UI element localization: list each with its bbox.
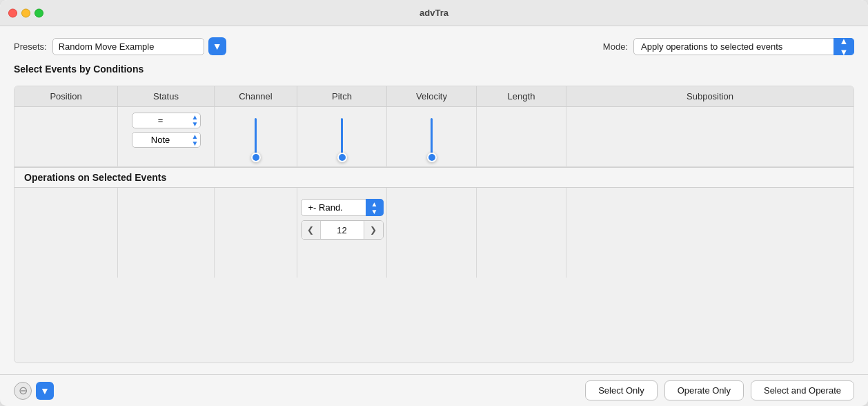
position-cell — [14, 107, 118, 166]
ops-operation-select-wrapper: +- Rand. Set Add Subtract ▲ ▼ — [301, 199, 384, 216]
remove-button[interactable]: ⊖ — [14, 382, 32, 400]
col-header-velocity: Velocity — [387, 86, 477, 106]
pitch-slider-thumb[interactable] — [337, 153, 347, 162]
main-window: advTra Presets: ▼ Mode: Apply operations… — [0, 0, 868, 406]
select-only-button[interactable]: Select Only — [585, 380, 657, 400]
minimize-button[interactable] — [21, 8, 30, 17]
ops-value-stepper: ❮ 12 ❯ — [301, 220, 384, 240]
mode-area: Mode: Apply operations to selected event… — [603, 38, 854, 55]
velocity-slider-track[interactable] — [431, 118, 433, 160]
stepper-down-button[interactable]: ❮ — [302, 221, 321, 239]
channel-slider-area — [255, 113, 257, 161]
ops-pitch-cell: +- Rand. Set Add Subtract ▲ ▼ — [297, 188, 387, 278]
channel-slider-track[interactable] — [255, 118, 257, 160]
window-title: advTra — [420, 8, 448, 18]
preset-dropdown-button[interactable]: ▼ — [208, 37, 226, 55]
bottom-bar: ⊖ ▼ Select Only Operate Only Select and … — [0, 374, 868, 406]
ops-subposition-cell — [566, 188, 854, 278]
col-header-pitch: Pitch — [297, 86, 387, 106]
main-panel: Position Status Channel Pitch Velocity L… — [14, 86, 854, 363]
mode-select[interactable]: Apply operations to selected events Appl… — [633, 38, 854, 55]
chevron-down-icon: ❮ — [307, 225, 314, 235]
velocity-slider-thumb[interactable] — [427, 153, 437, 162]
maximize-button[interactable] — [34, 8, 43, 17]
stepper-up-button[interactable]: ❯ — [364, 221, 383, 239]
content-area: Presets: ▼ Mode: Apply operations to sel… — [0, 26, 868, 374]
col-header-position: Position — [14, 86, 118, 106]
chevron-up-icon: ❯ — [370, 225, 377, 235]
channel-slider-thumb[interactable] — [251, 153, 261, 162]
note-select-wrapper: Note CC Pitch Bend ▲ ▼ — [132, 132, 201, 148]
ops-velocity-cell — [387, 188, 477, 278]
eq-select[interactable]: = ≠ > < — [132, 113, 201, 128]
presets-label: Presets: — [14, 41, 47, 52]
ops-status-cell — [118, 188, 215, 278]
operations-data-row: +- Rand. Set Add Subtract ▲ ▼ — [14, 188, 854, 278]
stepper-value-display: 12 — [321, 225, 364, 235]
col-header-status: Status — [118, 86, 215, 106]
ops-length-cell — [477, 188, 566, 278]
velocity-cell — [387, 107, 477, 166]
operate-only-button[interactable]: Operate Only — [664, 380, 744, 400]
mode-label: Mode: — [603, 41, 628, 52]
conditions-data-row: = ≠ > < ▲ ▼ Note CC — [14, 107, 854, 167]
conditions-section-label: Select Events by Conditions — [14, 64, 854, 77]
ops-operation-select[interactable]: +- Rand. Set Add Subtract — [301, 199, 384, 216]
col-header-length: Length — [477, 86, 566, 106]
operations-label-row: Operations on Selected Events — [14, 167, 854, 188]
bottom-right-buttons: Select Only Operate Only Select and Oper… — [585, 380, 854, 400]
length-cell — [477, 107, 566, 166]
title-bar: advTra — [0, 0, 868, 26]
pitch-cell — [297, 107, 387, 166]
operations-label: Operations on Selected Events — [24, 172, 166, 183]
pitch-slider-area — [341, 113, 343, 161]
mode-select-wrapper: Apply operations to selected events Appl… — [633, 38, 854, 55]
traffic-lights — [8, 8, 43, 17]
channel-cell — [215, 107, 297, 166]
ops-position-cell — [14, 188, 118, 278]
ellipsis-icon: ⊖ — [19, 384, 28, 397]
preset-input[interactable] — [52, 38, 204, 55]
ops-channel-cell — [215, 188, 297, 278]
presets-input-group: ▼ — [52, 37, 226, 55]
bottom-left-controls: ⊖ ▼ — [14, 382, 54, 400]
subposition-cell — [566, 107, 854, 166]
conditions-label: Select Events by Conditions — [14, 64, 854, 75]
status-cell: = ≠ > < ▲ ▼ Note CC — [118, 107, 215, 166]
column-headers: Position Status Channel Pitch Velocity L… — [14, 86, 854, 107]
select-and-operate-button[interactable]: Select and Operate — [751, 380, 854, 400]
arrow-down-icon: ▼ — [40, 385, 50, 396]
col-header-channel: Channel — [215, 86, 297, 106]
ops-pitch-controls: +- Rand. Set Add Subtract ▲ ▼ — [301, 193, 384, 240]
top-bar: Presets: ▼ Mode: Apply operations to sel… — [14, 37, 854, 55]
presets-area: Presets: ▼ — [14, 37, 226, 55]
close-button[interactable] — [8, 8, 17, 17]
pitch-slider-track[interactable] — [341, 118, 343, 160]
note-select[interactable]: Note CC Pitch Bend — [132, 132, 201, 148]
chevron-down-icon: ▼ — [213, 41, 222, 52]
velocity-slider-area — [431, 113, 433, 161]
dropdown-button[interactable]: ▼ — [36, 382, 54, 400]
col-header-subposition: Subposition — [566, 86, 854, 106]
eq-select-wrapper: = ≠ > < ▲ ▼ — [132, 113, 201, 128]
